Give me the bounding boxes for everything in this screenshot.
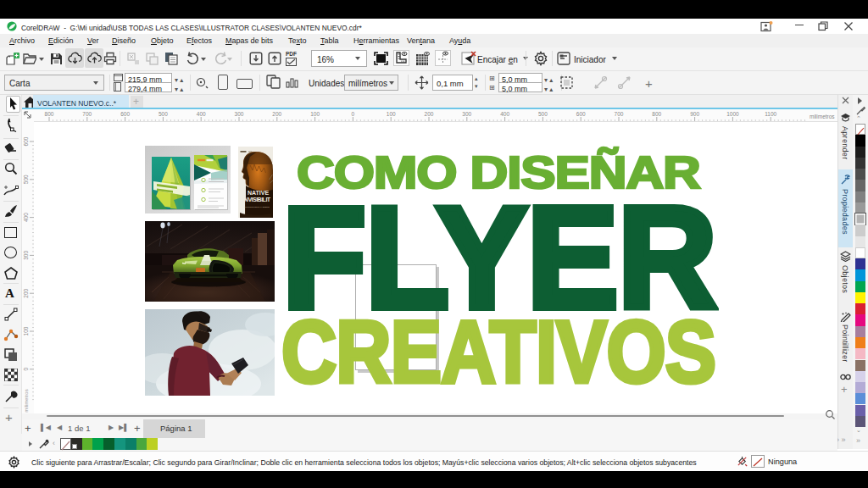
svg-text:500: 500: [23, 175, 29, 184]
svg-text:100: 100: [310, 111, 320, 117]
svg-text:200: 200: [425, 111, 434, 117]
svg-text:1000: 1000: [726, 111, 739, 117]
svg-text:100: 100: [23, 326, 29, 336]
svg-text:700: 700: [615, 111, 624, 117]
svg-text:300: 300: [462, 111, 471, 117]
svg-text:UN DOCUMENTAL SOBRE: UN DOCUMENTAL SOBRE: [244, 206, 270, 208]
svg-text:600: 600: [120, 111, 130, 117]
svg-text:700: 700: [82, 111, 92, 117]
svg-text:400: 400: [23, 213, 29, 222]
svg-text:400: 400: [197, 111, 206, 117]
svg-text:800: 800: [45, 111, 54, 117]
svg-text:800: 800: [652, 111, 661, 117]
svg-text:100: 100: [387, 111, 396, 117]
svg-text:900: 900: [690, 111, 699, 117]
svg-text:1100: 1100: [765, 111, 776, 117]
svg-text:NATIVE: NATIVE: [248, 190, 269, 196]
svg-text:300: 300: [23, 251, 29, 260]
svg-text:400: 400: [500, 111, 509, 117]
svg-text:600: 600: [576, 111, 586, 117]
svg-text:500: 500: [538, 111, 548, 117]
svg-text:600: 600: [23, 136, 29, 146]
svg-text:milimetros: milimetros: [810, 114, 835, 119]
svg-text:200: 200: [272, 111, 281, 117]
svg-text:0: 0: [23, 368, 29, 371]
svg-text:500: 500: [159, 111, 168, 117]
svg-text:300: 300: [235, 111, 244, 117]
svg-text:milimetros: milimetros: [24, 389, 29, 412]
svg-text:200: 200: [23, 288, 29, 297]
svg-text:INVISIBILIT: INVISIBILIT: [242, 197, 270, 202]
svg-text:0: 0: [352, 111, 355, 117]
